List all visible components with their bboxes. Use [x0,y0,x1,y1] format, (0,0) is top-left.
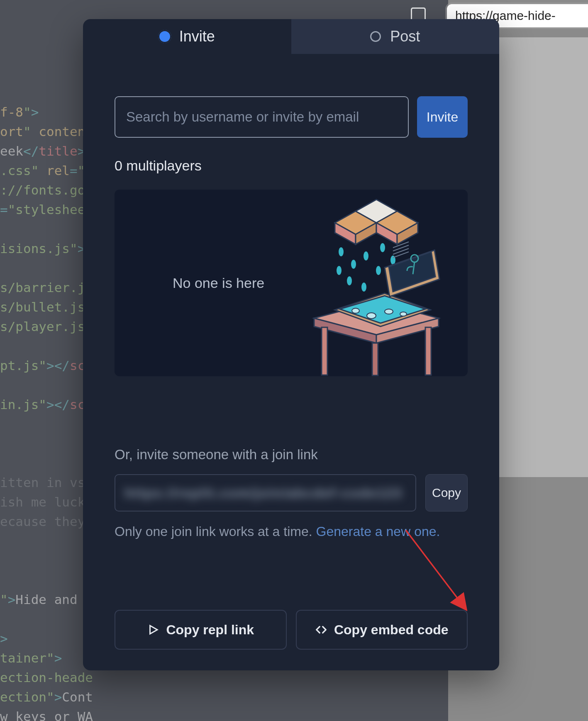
code-icon [315,624,327,636]
svg-point-14 [337,266,342,275]
empty-state-text: No one is here [173,275,264,291]
svg-point-12 [361,283,366,292]
svg-point-10 [376,266,381,275]
svg-line-31 [393,252,409,258]
join-link-value: https://replit.com/join/abcdef-code123 [124,485,402,501]
svg-line-30 [393,248,409,254]
radio-unselected-icon [370,31,381,42]
copy-embed-code-button[interactable]: Copy embed code [296,610,468,650]
svg-point-7 [339,247,344,256]
svg-point-8 [351,260,356,269]
svg-point-34 [385,309,393,314]
multiplayers-count: 0 multiplayers [115,158,468,174]
empty-state-illustration [277,194,451,376]
tab-post-label: Post [390,28,420,45]
copy-repl-link-button[interactable]: Copy repl link [115,610,287,650]
svg-marker-36 [150,626,158,634]
svg-point-11 [347,276,352,285]
join-link-hint-text: Only one join link works at a time. [115,524,316,539]
join-link-hint: Only one join link works at a time. Gene… [115,524,468,539]
invite-button[interactable]: Invite [417,96,468,138]
tab-invite[interactable]: Invite [83,19,291,54]
join-link-input[interactable]: https://replit.com/join/abcdef-code123 [115,474,416,512]
svg-point-32 [352,308,359,313]
radio-selected-icon [159,31,170,42]
copy-join-link-button[interactable]: Copy [425,474,468,512]
share-modal: Invite Post Invite 0 multiplayers No one… [83,19,499,670]
svg-point-9 [364,251,368,261]
svg-point-13 [380,243,385,252]
modal-tabs: Invite Post [83,19,499,54]
tab-invite-label: Invite [179,28,215,45]
search-input[interactable] [115,96,409,138]
play-icon [147,624,159,636]
copy-repl-link-label: Copy repl link [166,622,254,638]
svg-rect-20 [425,327,431,375]
svg-line-29 [393,245,409,251]
join-link-label: Or, invite someone with a join link [115,447,468,463]
svg-rect-21 [372,343,378,375]
document-icon [411,7,426,20]
empty-state-card: No one is here [115,190,468,376]
copy-embed-code-label: Copy embed code [334,622,449,638]
tab-post[interactable]: Post [291,19,500,54]
svg-point-33 [367,313,376,319]
generate-new-link[interactable]: Generate a new one. [316,524,440,539]
svg-rect-19 [322,327,327,375]
svg-point-35 [400,312,407,316]
